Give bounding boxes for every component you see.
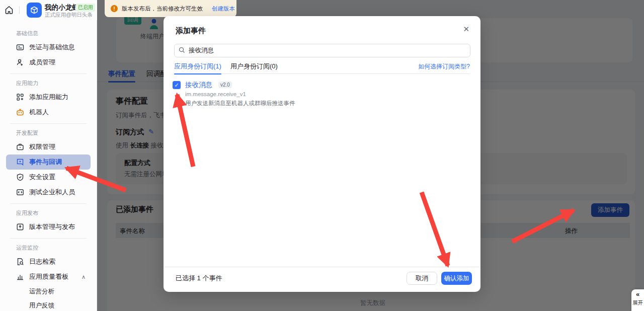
event-name[interactable]: 接收消息 [185, 81, 212, 90]
grid-plus-icon [16, 93, 24, 101]
sidebar-nav: 基础信息 凭证与基础信息 成员管理 应用能力 添加应用能力 机器人 开发配置 [0, 20, 97, 311]
publish-icon [16, 223, 24, 231]
sidebar-item-ops-analysis[interactable]: 运营分析 [6, 284, 91, 298]
event-description: 用户发送新消息至机器人或群聊后推送事件 [185, 100, 295, 107]
event-search-box [174, 44, 470, 57]
sidebar-item-bot[interactable]: 机器人 [6, 105, 91, 120]
sidebar-item-label: 权限管理 [29, 142, 55, 151]
event-version-badge: v2.0 [218, 82, 232, 88]
sidebar-item-label: 添加应用能力 [29, 93, 68, 102]
sidebar-item-security[interactable]: 安全设置 [6, 170, 91, 185]
expander-label: 展开 [631, 299, 644, 306]
sidebar-divider [10, 203, 87, 204]
cancel-button[interactable]: 取消 [407, 272, 437, 285]
event-checkbox[interactable]: ✓ [173, 81, 181, 89]
sidebar-divider [10, 123, 87, 124]
sidebar-item-label: 应用质量看板 [29, 272, 68, 281]
sidebar-divider [10, 73, 87, 74]
sidebar-item-label: 机器人 [29, 108, 49, 117]
banner-text: 版本发布后，当前修改方可生效 [122, 5, 203, 13]
sidebar-item-label: 成员管理 [29, 58, 55, 67]
event-flag-icon [16, 158, 24, 166]
tab-user-subscription[interactable]: 用户身份订阅(0) [230, 62, 278, 71]
sidebar-item-user-feedback[interactable]: 用户反馈 [6, 298, 91, 311]
sidebar-section-capability: 应用能力 [16, 80, 91, 88]
sidebar-item-permissions[interactable]: 权限管理 [6, 139, 91, 154]
sidebar-item-log-search[interactable]: 日志检索 [6, 254, 91, 269]
sidebar-item-label: 测试企业和人员 [29, 188, 75, 197]
header-divider [19, 6, 20, 14]
sidebar: 基础信息 凭证与基础信息 成员管理 应用能力 添加应用能力 机器人 开发配置 [0, 0, 97, 311]
alert-icon: ! [111, 5, 118, 12]
sidebar-item-label: 运营分析 [29, 287, 54, 296]
sidebar-section-dev-config: 开发配置 [16, 129, 91, 137]
search-input[interactable] [189, 47, 466, 54]
code-icon [16, 188, 24, 196]
modal-title: 添加事件 [176, 26, 206, 36]
top-header: 我的小龙虾 已启用 正式应用@明日头条 [0, 0, 97, 20]
sidebar-section-release: 应用发布 [16, 209, 91, 217]
double-chevron-left-icon: « [631, 289, 644, 299]
sidebar-item-add-capability[interactable]: 添加应用能力 [6, 90, 91, 105]
briefcase-icon [16, 143, 24, 151]
sidebar-item-label: 安全设置 [29, 173, 55, 182]
modal-footer-divider [164, 267, 480, 267]
modal-tabs: 应用身份订阅(1) 用户身份订阅(0) 如何选择订阅类型? [174, 61, 470, 74]
sidebar-divider [10, 238, 87, 239]
app-window: 基础信息 凭证与基础信息 成员管理 应用能力 添加应用能力 机器人 开发配置 [0, 0, 644, 311]
panel-expander[interactable]: « 展开 [631, 289, 644, 311]
sidebar-item-label: 凭证与基础信息 [29, 43, 75, 52]
sidebar-item-credentials[interactable]: 凭证与基础信息 [6, 40, 91, 55]
check-icon: ✓ [174, 82, 179, 89]
bar-chart-icon [16, 273, 24, 281]
confirm-add-button[interactable]: 确认添加 [441, 272, 472, 285]
sidebar-item-test-org[interactable]: 测试企业和人员 [6, 185, 91, 200]
sidebar-item-events-callbacks[interactable]: 事件与回调 [6, 154, 91, 170]
app-status-badge: 已启用 [76, 4, 95, 12]
sidebar-item-label: 事件与回调 [29, 158, 62, 167]
shield-check-icon [16, 173, 24, 181]
sidebar-item-quality-board[interactable]: 应用质量看板 ∧ [6, 269, 91, 284]
search-icon [179, 46, 185, 55]
app-name: 我的小龙虾 [45, 3, 79, 12]
subscription-help-link[interactable]: 如何选择订阅类型? [418, 62, 470, 71]
app-logo-icon[interactable] [27, 3, 42, 18]
add-event-modal: 添加事件 ✕ 应用身份订阅(1) 用户身份订阅(0) 如何选择订阅类型? ✓ 接… [164, 16, 480, 292]
sidebar-item-label: 日志检索 [29, 257, 55, 266]
sidebar-section-basic: 基础信息 [16, 30, 91, 38]
selected-count-text: 已选择 1 个事件 [176, 274, 222, 283]
person-plus-icon [16, 58, 24, 66]
chevron-up-icon[interactable]: ∧ [82, 274, 86, 280]
tab-app-subscription[interactable]: 应用身份订阅(1) [174, 62, 221, 71]
home-icon[interactable] [4, 5, 14, 15]
sidebar-item-version-release[interactable]: 版本管理与发布 [6, 219, 91, 235]
sidebar-item-members[interactable]: 成员管理 [6, 55, 91, 70]
robot-icon [16, 108, 24, 116]
version-warning-banner: ! 版本发布后，当前修改方可生效 创建版本 [105, 0, 236, 17]
doc-search-icon [16, 258, 24, 266]
create-version-link[interactable]: 创建版本 [212, 5, 235, 13]
sidebar-item-label: 用户反馈 [29, 301, 54, 310]
app-subtitle: 正式应用@明日头条 [45, 12, 93, 19]
sidebar-section-monitoring: 运营监控 [16, 244, 91, 252]
close-icon[interactable]: ✕ [463, 25, 469, 34]
event-code: im.message.receive_v1 [185, 91, 246, 97]
sidebar-item-label: 版本管理与发布 [29, 222, 75, 231]
id-card-icon [16, 43, 24, 51]
